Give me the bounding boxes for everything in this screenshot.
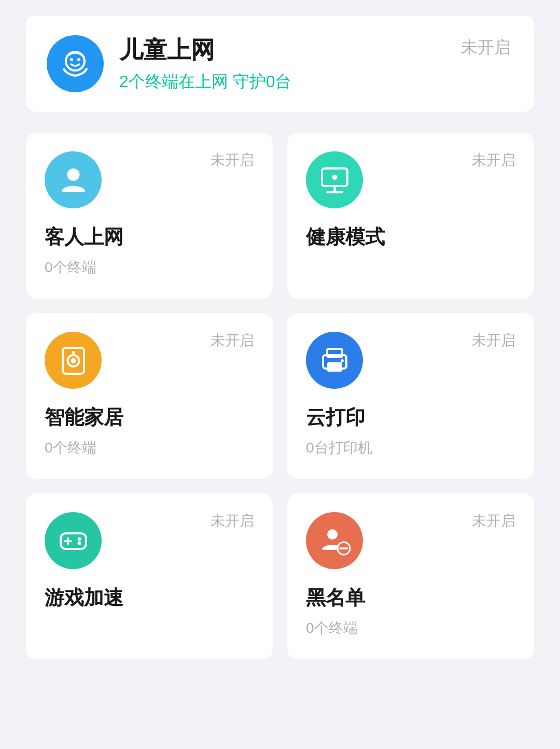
top-card-status: 未开启 — [461, 36, 511, 59]
smarthome-card[interactable]: 未开启 智能家居 0个终端 — [26, 313, 273, 479]
guest-desc: 0个终端 — [45, 258, 254, 277]
guest-internet-card[interactable]: 未开启 客人上网 0个终端 — [26, 133, 273, 299]
gaming-title: 游戏加速 — [45, 585, 254, 611]
gaming-card[interactable]: 未开启 游戏加速 — [26, 493, 273, 659]
blacklist-icon — [306, 512, 363, 569]
cloudprint-title: 云打印 — [306, 404, 515, 431]
guest-icon — [45, 151, 102, 208]
gaming-icon — [45, 512, 102, 569]
health-title: 健康模式 — [306, 224, 515, 250]
feature-grid: 未开启 客人上网 0个终端 未开启 健康模式 未开启 — [26, 133, 534, 659]
smarthome-title: 智能家居 — [45, 404, 254, 431]
top-card-info: 儿童上网 2个终端在上网 守护0台 — [119, 34, 291, 93]
svg-point-15 — [341, 359, 344, 362]
smarthome-icon — [45, 332, 102, 389]
guest-status: 未开启 — [211, 150, 254, 170]
blacklist-card[interactable]: 未开启 黑名单 0个终端 — [287, 493, 534, 659]
blacklist-desc: 0个终端 — [306, 618, 515, 638]
children-internet-card[interactable]: 儿童上网 2个终端在上网 守护0台 未开启 — [26, 16, 534, 112]
blacklist-status: 未开启 — [472, 511, 515, 531]
svg-rect-13 — [327, 362, 342, 372]
health-mode-card[interactable]: 未开启 健康模式 — [287, 133, 534, 299]
svg-point-19 — [77, 537, 81, 541]
svg-point-20 — [77, 541, 81, 545]
health-icon — [306, 151, 363, 208]
cloudprint-icon — [306, 332, 363, 389]
svg-point-11 — [72, 351, 75, 354]
cloudprint-status: 未开启 — [472, 331, 515, 350]
top-card-title: 儿童上网 — [119, 34, 291, 66]
smarthome-status: 未开启 — [211, 331, 254, 350]
svg-point-21 — [327, 529, 338, 540]
cloudprint-card[interactable]: 未开启 云打印 0台打印机 — [287, 313, 534, 479]
svg-point-10 — [71, 358, 76, 363]
guest-title: 客人上网 — [45, 224, 254, 250]
top-card-subtitle: 2个终端在上网 守护0台 — [119, 70, 291, 93]
svg-point-1 — [70, 58, 73, 61]
svg-point-3 — [67, 168, 79, 181]
health-status: 未开启 — [472, 150, 515, 170]
svg-point-7 — [332, 175, 337, 180]
children-internet-icon — [47, 35, 104, 92]
svg-point-2 — [77, 58, 80, 61]
blacklist-title: 黑名单 — [306, 585, 515, 611]
gaming-status: 未开启 — [211, 511, 254, 531]
smarthome-desc: 0个终端 — [45, 438, 254, 458]
cloudprint-desc: 0台打印机 — [306, 438, 515, 458]
